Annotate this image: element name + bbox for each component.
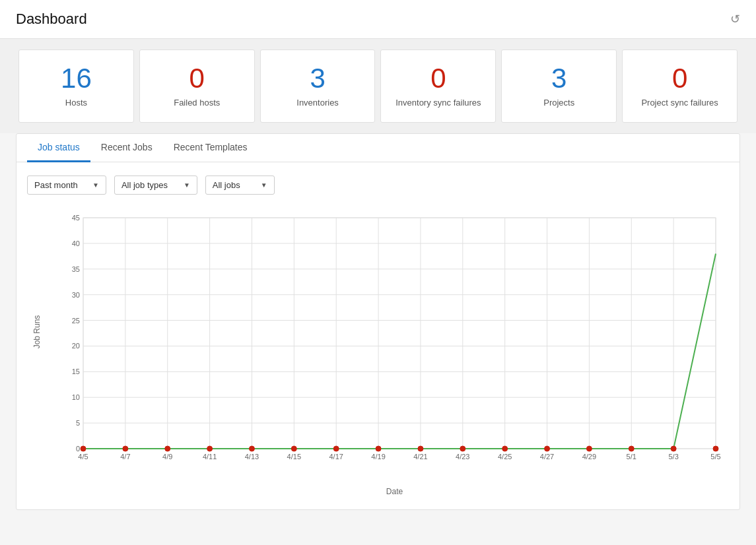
svg-point-77 xyxy=(418,447,423,451)
period-filter[interactable]: Past monthPast weekPast 2 weeks ▼ xyxy=(27,176,106,195)
stat-number-inventories: 3 xyxy=(310,63,325,94)
stat-card-failed-hosts[interactable]: 0 Failed hosts xyxy=(139,49,255,123)
tab-content: Past monthPast weekPast 2 weeks ▼ All jo… xyxy=(17,162,739,509)
svg-text:4/27: 4/27 xyxy=(540,453,554,461)
svg-text:4/9: 4/9 xyxy=(162,453,172,461)
stat-label-project-sync-failures: Project sync failures xyxy=(641,98,718,109)
svg-text:4/29: 4/29 xyxy=(582,453,596,461)
tab-recent-templates[interactable]: Recent Templates xyxy=(163,134,258,162)
svg-point-69 xyxy=(81,447,86,451)
stat-label-projects: Projects xyxy=(543,98,574,109)
svg-point-71 xyxy=(165,447,170,451)
svg-point-75 xyxy=(334,447,339,451)
stat-label-inventory-sync-failures: Inventory sync failures xyxy=(395,98,481,109)
x-axis-label: Date xyxy=(60,487,729,496)
tab-job-status[interactable]: Job status xyxy=(27,134,90,162)
svg-point-70 xyxy=(123,447,127,451)
jobs-select[interactable]: All jobsSuccessfulFailed xyxy=(213,180,257,190)
svg-text:5: 5 xyxy=(76,419,80,427)
stat-label-hosts: Hosts xyxy=(65,98,87,109)
svg-text:30: 30 xyxy=(72,291,80,299)
svg-point-84 xyxy=(714,447,718,451)
svg-text:4/11: 4/11 xyxy=(203,453,217,461)
stat-card-inventories[interactable]: 3 Inventories xyxy=(260,49,376,123)
job-type-dropdown-arrow: ▼ xyxy=(184,181,190,189)
svg-text:4/23: 4/23 xyxy=(456,453,469,461)
svg-text:4/5: 4/5 xyxy=(78,453,88,461)
svg-text:4/7: 4/7 xyxy=(120,453,130,461)
svg-text:4/13: 4/13 xyxy=(245,453,259,461)
svg-text:45: 45 xyxy=(72,214,80,222)
svg-text:4/19: 4/19 xyxy=(371,453,385,461)
svg-text:4/17: 4/17 xyxy=(329,453,343,461)
svg-point-73 xyxy=(250,447,254,451)
svg-text:40: 40 xyxy=(72,240,80,247)
main-content: Job statusRecent JobsRecent Templates Pa… xyxy=(16,133,740,510)
stat-number-projects: 3 xyxy=(551,63,567,94)
svg-text:0: 0 xyxy=(76,445,80,453)
svg-point-79 xyxy=(502,447,507,451)
svg-text:4/15: 4/15 xyxy=(287,453,301,461)
svg-text:20: 20 xyxy=(72,342,80,350)
job-status-chart: 0510152025303540454/54/74/94/114/134/154… xyxy=(60,208,729,472)
svg-text:10: 10 xyxy=(72,393,80,401)
stat-number-inventory-sync-failures: 0 xyxy=(430,63,446,94)
stat-number-hosts: 16 xyxy=(61,63,92,94)
svg-text:4/21: 4/21 xyxy=(413,453,427,461)
svg-text:5/3: 5/3 xyxy=(668,453,678,461)
svg-text:5/5: 5/5 xyxy=(710,453,720,461)
jobs-filter[interactable]: All jobsSuccessfulFailed ▼ xyxy=(205,176,275,195)
svg-rect-52 xyxy=(83,218,716,449)
page-title: Dashboard xyxy=(16,11,87,28)
svg-point-82 xyxy=(629,447,634,451)
jobs-dropdown-arrow: ▼ xyxy=(261,181,267,189)
job-type-filter[interactable]: All job typesPlaybook runSCM updateInven… xyxy=(114,176,197,195)
svg-point-74 xyxy=(292,447,296,451)
period-select[interactable]: Past monthPast weekPast 2 weeks xyxy=(34,180,88,190)
stat-card-inventory-sync-failures[interactable]: 0 Inventory sync failures xyxy=(380,49,496,123)
history-icon[interactable]: ↺ xyxy=(730,12,740,26)
stat-label-failed-hosts: Failed hosts xyxy=(174,98,220,109)
svg-point-76 xyxy=(376,447,381,451)
svg-point-72 xyxy=(207,447,212,451)
svg-point-81 xyxy=(587,447,592,451)
y-axis-label: Job Runs xyxy=(32,305,42,358)
stat-number-failed-hosts: 0 xyxy=(189,63,205,94)
tabs-bar: Job statusRecent JobsRecent Templates xyxy=(17,134,739,162)
svg-point-78 xyxy=(460,447,465,451)
svg-point-83 xyxy=(671,447,676,451)
stat-label-inventories: Inventories xyxy=(296,98,339,109)
svg-text:25: 25 xyxy=(72,317,80,325)
svg-text:35: 35 xyxy=(72,265,80,273)
svg-text:15: 15 xyxy=(72,368,80,375)
stat-card-projects[interactable]: 3 Projects xyxy=(501,49,617,123)
header: Dashboard ↺ xyxy=(0,0,756,39)
stats-container: 16 Hosts 0 Failed hosts 3 Inventories 0 … xyxy=(0,39,756,133)
svg-point-80 xyxy=(545,447,549,451)
filters: Past monthPast weekPast 2 weeks ▼ All jo… xyxy=(27,176,729,195)
svg-text:5/1: 5/1 xyxy=(627,453,636,461)
stat-card-hosts[interactable]: 16 Hosts xyxy=(18,49,134,123)
stat-number-project-sync-failures: 0 xyxy=(672,63,687,94)
period-dropdown-arrow: ▼ xyxy=(92,181,99,189)
tab-recent-jobs[interactable]: Recent Jobs xyxy=(90,134,163,162)
job-type-select[interactable]: All job typesPlaybook runSCM updateInven… xyxy=(121,180,180,190)
svg-text:4/25: 4/25 xyxy=(498,453,512,461)
stat-card-project-sync-failures[interactable]: 0 Project sync failures xyxy=(622,49,738,123)
